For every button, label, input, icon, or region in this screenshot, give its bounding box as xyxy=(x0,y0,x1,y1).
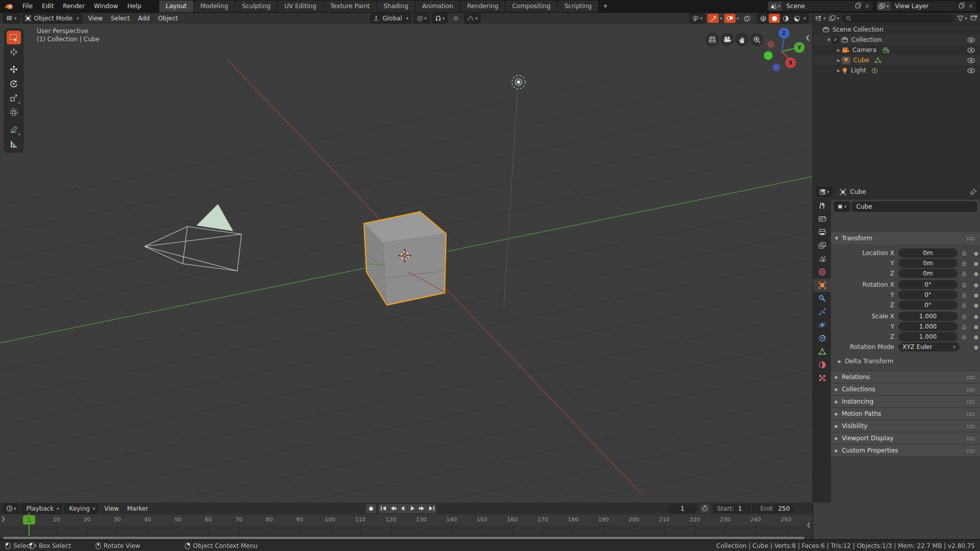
outliner-row-cube[interactable]: ▶Cube xyxy=(813,55,980,65)
lock-icon[interactable] xyxy=(962,271,967,278)
copy-icon[interactable] xyxy=(959,2,965,10)
outliner-row-camera[interactable]: ▶Camera xyxy=(813,45,980,55)
jump-start-button[interactable] xyxy=(379,505,388,513)
outliner-row-collection[interactable]: ▼✓Collection xyxy=(813,35,980,45)
menu-file[interactable]: File xyxy=(18,3,37,10)
tab-uv-editing[interactable]: UV Editing xyxy=(278,1,323,12)
unlink-scene-button[interactable]: × xyxy=(862,3,873,10)
lock-icon[interactable] xyxy=(962,314,967,321)
properties-tab-constraints[interactable] xyxy=(813,332,831,345)
transform-value-field[interactable]: 0m xyxy=(898,248,958,258)
outliner-row-light[interactable]: ▶Light xyxy=(813,65,980,76)
lock-icon[interactable] xyxy=(962,324,967,331)
tool-rotate-button[interactable] xyxy=(7,77,21,90)
end-frame-field[interactable]: End:250 xyxy=(761,505,790,512)
pivot-point-selector[interactable]: ▾ xyxy=(413,13,430,23)
panel-grip-icon[interactable] xyxy=(967,424,975,428)
transform-orientation-selector[interactable]: Global ▾ xyxy=(370,13,411,23)
new-collection-button[interactable] xyxy=(970,14,978,22)
lock-icon[interactable] xyxy=(962,334,967,341)
prev-frame-button[interactable] xyxy=(398,505,408,513)
properties-tab-tool[interactable] xyxy=(813,199,831,212)
transform-value-field[interactable]: 1.000 xyxy=(898,312,958,321)
playback-menu[interactable]: Playback▾ xyxy=(21,504,62,514)
animate-dot[interactable]: ● xyxy=(974,261,978,266)
panel-collections[interactable]: ▶Collections xyxy=(831,384,980,395)
outliner-item-label[interactable]: Scene Collection xyxy=(832,26,884,33)
outliner-item-label[interactable]: Light xyxy=(851,67,866,74)
add-workspace-button[interactable]: + xyxy=(599,1,612,12)
current-frame-field[interactable]: 1 xyxy=(668,504,697,513)
xray-toggle[interactable] xyxy=(742,14,753,23)
panel-motion-paths[interactable]: ▶Motion Paths xyxy=(831,408,980,419)
snapping-controls[interactable]: ▾ xyxy=(432,13,448,23)
panel-grip-icon[interactable] xyxy=(967,388,975,391)
toggle-camera-view-button[interactable] xyxy=(720,33,734,46)
viewport-menu-select[interactable]: Select xyxy=(107,15,134,22)
properties-tab-render[interactable] xyxy=(813,212,831,226)
view-layer-selector[interactable]: ▾ View Layer × xyxy=(876,1,977,12)
shading-solid-button[interactable] xyxy=(769,14,780,23)
tab-layout[interactable]: Layout xyxy=(159,1,193,12)
timeline-scrollbar[interactable] xyxy=(3,537,804,539)
next-key-button[interactable] xyxy=(418,505,427,513)
lock-icon[interactable] xyxy=(962,261,967,268)
tab-rendering[interactable]: Rendering xyxy=(460,1,505,12)
panel-custom-properties[interactable]: ▶Custom Properties xyxy=(831,445,980,456)
lock-icon[interactable] xyxy=(962,303,967,310)
viewport-menu-object[interactable]: Object xyxy=(154,15,182,22)
gizmo-neg-x[interactable] xyxy=(767,41,774,48)
properties-tab-scene[interactable] xyxy=(813,252,831,265)
view-layer-name[interactable]: View Layer xyxy=(891,3,959,10)
play-button[interactable] xyxy=(408,505,418,513)
transform-value-field[interactable]: 1.000 xyxy=(898,322,958,331)
disclosure-icon[interactable]: ▶ xyxy=(836,68,842,73)
camera-object[interactable] xyxy=(144,204,241,271)
timeline-editor-type-selector[interactable]: ▾ xyxy=(3,504,19,514)
tab-modeling[interactable]: Modeling xyxy=(194,1,235,12)
properties-tab-physics[interactable] xyxy=(813,318,831,332)
outliner-item-label[interactable]: Cube xyxy=(853,57,869,64)
chevron-down-icon[interactable]: ▾ xyxy=(720,16,722,21)
menu-render[interactable]: Render xyxy=(58,3,89,10)
proportional-falloff-selector[interactable]: ▾ xyxy=(464,13,481,23)
outliner-search-input[interactable] xyxy=(851,14,950,22)
hide-in-viewport-toggle[interactable] xyxy=(967,37,975,44)
tab-shading[interactable]: Shading xyxy=(377,1,415,12)
outliner-display-mode-selector[interactable]: ▾ xyxy=(815,15,826,21)
tool-cursor-button[interactable] xyxy=(7,45,21,59)
properties-tab-modifiers[interactable] xyxy=(813,292,831,305)
menu-help[interactable]: Help xyxy=(122,3,145,10)
viewport-menu-view[interactable]: View xyxy=(84,15,107,22)
frame-range-fields[interactable]: Start:1 End:250 xyxy=(713,504,794,513)
panel-grip-icon[interactable] xyxy=(967,412,975,416)
view-layer-icon[interactable]: ▾ xyxy=(877,2,891,11)
transform-value-field[interactable]: 0m xyxy=(898,269,958,278)
animate-dot[interactable]: ● xyxy=(974,251,978,256)
disclosure-icon[interactable]: ▼ xyxy=(826,38,832,42)
pin-icon[interactable] xyxy=(970,188,977,195)
transform-value-field[interactable]: 1.000 xyxy=(898,332,958,341)
animate-dot[interactable]: ● xyxy=(974,271,978,277)
remove-view-layer-button[interactable]: × xyxy=(965,3,976,10)
animate-dot[interactable]: ● xyxy=(974,292,978,298)
show-overlays-toggle[interactable] xyxy=(724,14,736,23)
properties-tab-data[interactable] xyxy=(813,345,831,358)
show-gizmo-toggle[interactable] xyxy=(707,14,719,23)
region-toggle-icon[interactable]: ❯ xyxy=(1,516,5,521)
timeline-ruler[interactable]: 1 10203040506070809010011012013014015016… xyxy=(0,514,813,525)
outliner-item-label[interactable]: Collection xyxy=(851,36,881,43)
panel-grip-icon[interactable] xyxy=(967,449,975,453)
outliner-row-scene-collection[interactable]: Scene Collection xyxy=(813,24,980,35)
properties-tab-texture[interactable] xyxy=(813,371,831,385)
scene-selector[interactable]: ▾ Scene × xyxy=(767,1,873,12)
animate-dot[interactable]: ● xyxy=(974,282,978,288)
transform-value-field[interactable]: 0m xyxy=(898,259,958,268)
gizmo-neg-z[interactable] xyxy=(773,64,780,71)
viewport-3d[interactable]: Z Y X User Perspective (1) Collection | … xyxy=(0,24,813,503)
panel-grip-icon[interactable] xyxy=(967,237,975,240)
panel-grip-icon[interactable] xyxy=(967,375,975,379)
panel-instancing[interactable]: ▶Instancing xyxy=(831,396,980,407)
tool-measure-button[interactable] xyxy=(7,137,21,151)
animate-dot[interactable]: ● xyxy=(974,303,978,308)
